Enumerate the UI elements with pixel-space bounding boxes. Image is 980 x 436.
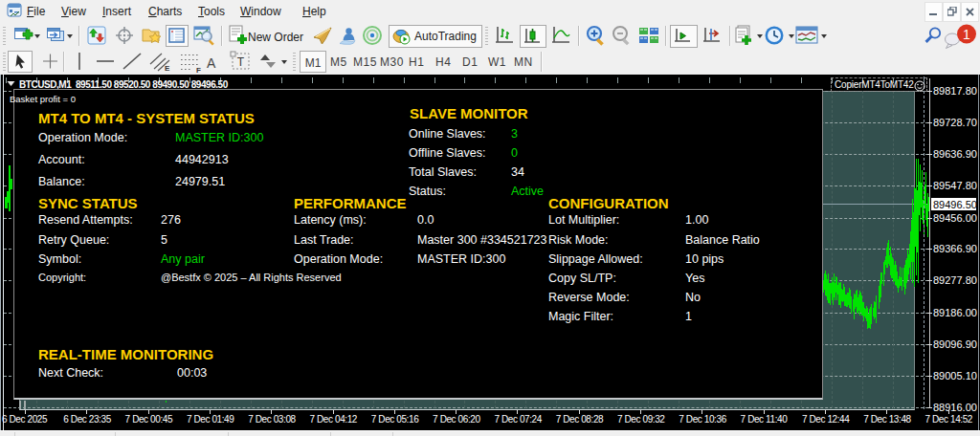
svg-text:T: T [237,55,245,69]
svg-text:E: E [165,64,170,73]
svg-text:1: 1 [963,27,970,42]
svg-text:F: F [196,66,201,74]
